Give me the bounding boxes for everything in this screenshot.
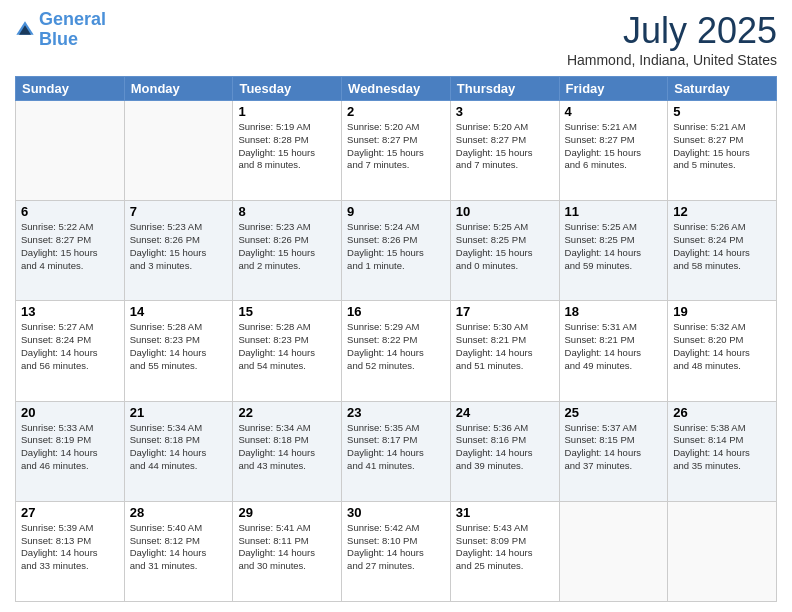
calendar-cell: 10Sunrise: 5:25 AM Sunset: 8:25 PM Dayli… [450, 201, 559, 301]
day-info: Sunrise: 5:31 AM Sunset: 8:21 PM Dayligh… [565, 321, 663, 372]
calendar-cell: 26Sunrise: 5:38 AM Sunset: 8:14 PM Dayli… [668, 401, 777, 501]
day-info: Sunrise: 5:37 AM Sunset: 8:15 PM Dayligh… [565, 422, 663, 473]
calendar-cell: 23Sunrise: 5:35 AM Sunset: 8:17 PM Dayli… [342, 401, 451, 501]
day-header-tuesday: Tuesday [233, 77, 342, 101]
calendar-cell: 14Sunrise: 5:28 AM Sunset: 8:23 PM Dayli… [124, 301, 233, 401]
calendar-week-1: 1Sunrise: 5:19 AM Sunset: 8:28 PM Daylig… [16, 101, 777, 201]
day-info: Sunrise: 5:22 AM Sunset: 8:27 PM Dayligh… [21, 221, 119, 272]
day-number: 27 [21, 505, 119, 520]
day-header-saturday: Saturday [668, 77, 777, 101]
day-header-thursday: Thursday [450, 77, 559, 101]
main-title: July 2025 [567, 10, 777, 52]
day-info: Sunrise: 5:28 AM Sunset: 8:23 PM Dayligh… [130, 321, 228, 372]
calendar-week-5: 27Sunrise: 5:39 AM Sunset: 8:13 PM Dayli… [16, 501, 777, 601]
day-number: 22 [238, 405, 336, 420]
day-info: Sunrise: 5:32 AM Sunset: 8:20 PM Dayligh… [673, 321, 771, 372]
calendar-cell: 7Sunrise: 5:23 AM Sunset: 8:26 PM Daylig… [124, 201, 233, 301]
day-info: Sunrise: 5:35 AM Sunset: 8:17 PM Dayligh… [347, 422, 445, 473]
calendar-cell: 6Sunrise: 5:22 AM Sunset: 8:27 PM Daylig… [16, 201, 125, 301]
calendar-cell: 12Sunrise: 5:26 AM Sunset: 8:24 PM Dayli… [668, 201, 777, 301]
day-header-wednesday: Wednesday [342, 77, 451, 101]
day-info: Sunrise: 5:19 AM Sunset: 8:28 PM Dayligh… [238, 121, 336, 172]
header: General Blue July 2025 Hammond, Indiana,… [15, 10, 777, 68]
day-number: 15 [238, 304, 336, 319]
day-info: Sunrise: 5:25 AM Sunset: 8:25 PM Dayligh… [565, 221, 663, 272]
day-info: Sunrise: 5:42 AM Sunset: 8:10 PM Dayligh… [347, 522, 445, 573]
day-number: 18 [565, 304, 663, 319]
day-info: Sunrise: 5:25 AM Sunset: 8:25 PM Dayligh… [456, 221, 554, 272]
day-number: 28 [130, 505, 228, 520]
day-number: 16 [347, 304, 445, 319]
day-number: 2 [347, 104, 445, 119]
day-info: Sunrise: 5:41 AM Sunset: 8:11 PM Dayligh… [238, 522, 336, 573]
logo-icon [15, 20, 35, 40]
calendar-cell: 13Sunrise: 5:27 AM Sunset: 8:24 PM Dayli… [16, 301, 125, 401]
calendar-header-row: SundayMondayTuesdayWednesdayThursdayFrid… [16, 77, 777, 101]
calendar-cell: 24Sunrise: 5:36 AM Sunset: 8:16 PM Dayli… [450, 401, 559, 501]
title-section: July 2025 Hammond, Indiana, United State… [567, 10, 777, 68]
day-info: Sunrise: 5:21 AM Sunset: 8:27 PM Dayligh… [673, 121, 771, 172]
calendar-cell: 15Sunrise: 5:28 AM Sunset: 8:23 PM Dayli… [233, 301, 342, 401]
calendar-table: SundayMondayTuesdayWednesdayThursdayFrid… [15, 76, 777, 602]
day-number: 3 [456, 104, 554, 119]
day-header-monday: Monday [124, 77, 233, 101]
calendar-cell: 21Sunrise: 5:34 AM Sunset: 8:18 PM Dayli… [124, 401, 233, 501]
day-info: Sunrise: 5:28 AM Sunset: 8:23 PM Dayligh… [238, 321, 336, 372]
day-number: 24 [456, 405, 554, 420]
day-number: 19 [673, 304, 771, 319]
calendar-cell [668, 501, 777, 601]
day-info: Sunrise: 5:24 AM Sunset: 8:26 PM Dayligh… [347, 221, 445, 272]
calendar-cell: 1Sunrise: 5:19 AM Sunset: 8:28 PM Daylig… [233, 101, 342, 201]
day-info: Sunrise: 5:20 AM Sunset: 8:27 PM Dayligh… [347, 121, 445, 172]
day-number: 30 [347, 505, 445, 520]
calendar-week-3: 13Sunrise: 5:27 AM Sunset: 8:24 PM Dayli… [16, 301, 777, 401]
calendar-cell: 2Sunrise: 5:20 AM Sunset: 8:27 PM Daylig… [342, 101, 451, 201]
calendar-cell: 22Sunrise: 5:34 AM Sunset: 8:18 PM Dayli… [233, 401, 342, 501]
day-info: Sunrise: 5:38 AM Sunset: 8:14 PM Dayligh… [673, 422, 771, 473]
day-number: 14 [130, 304, 228, 319]
calendar-cell: 5Sunrise: 5:21 AM Sunset: 8:27 PM Daylig… [668, 101, 777, 201]
day-header-friday: Friday [559, 77, 668, 101]
day-number: 20 [21, 405, 119, 420]
day-number: 31 [456, 505, 554, 520]
day-number: 25 [565, 405, 663, 420]
day-number: 12 [673, 204, 771, 219]
logo-line2: Blue [39, 29, 78, 49]
day-number: 9 [347, 204, 445, 219]
calendar-week-2: 6Sunrise: 5:22 AM Sunset: 8:27 PM Daylig… [16, 201, 777, 301]
day-info: Sunrise: 5:20 AM Sunset: 8:27 PM Dayligh… [456, 121, 554, 172]
logo-line1: General [39, 9, 106, 29]
logo-text: General Blue [39, 10, 106, 50]
day-info: Sunrise: 5:33 AM Sunset: 8:19 PM Dayligh… [21, 422, 119, 473]
calendar-cell: 3Sunrise: 5:20 AM Sunset: 8:27 PM Daylig… [450, 101, 559, 201]
day-info: Sunrise: 5:39 AM Sunset: 8:13 PM Dayligh… [21, 522, 119, 573]
day-number: 5 [673, 104, 771, 119]
calendar-cell: 8Sunrise: 5:23 AM Sunset: 8:26 PM Daylig… [233, 201, 342, 301]
day-info: Sunrise: 5:36 AM Sunset: 8:16 PM Dayligh… [456, 422, 554, 473]
day-number: 1 [238, 104, 336, 119]
calendar-cell: 29Sunrise: 5:41 AM Sunset: 8:11 PM Dayli… [233, 501, 342, 601]
day-number: 6 [21, 204, 119, 219]
logo: General Blue [15, 10, 106, 50]
calendar-week-4: 20Sunrise: 5:33 AM Sunset: 8:19 PM Dayli… [16, 401, 777, 501]
subtitle: Hammond, Indiana, United States [567, 52, 777, 68]
day-number: 7 [130, 204, 228, 219]
calendar-cell: 25Sunrise: 5:37 AM Sunset: 8:15 PM Dayli… [559, 401, 668, 501]
day-number: 11 [565, 204, 663, 219]
day-header-sunday: Sunday [16, 77, 125, 101]
calendar-cell: 4Sunrise: 5:21 AM Sunset: 8:27 PM Daylig… [559, 101, 668, 201]
calendar-cell: 11Sunrise: 5:25 AM Sunset: 8:25 PM Dayli… [559, 201, 668, 301]
calendar-cell: 19Sunrise: 5:32 AM Sunset: 8:20 PM Dayli… [668, 301, 777, 401]
page: General Blue July 2025 Hammond, Indiana,… [0, 0, 792, 612]
day-number: 17 [456, 304, 554, 319]
day-number: 29 [238, 505, 336, 520]
day-number: 21 [130, 405, 228, 420]
calendar-cell [559, 501, 668, 601]
day-number: 4 [565, 104, 663, 119]
calendar-cell: 31Sunrise: 5:43 AM Sunset: 8:09 PM Dayli… [450, 501, 559, 601]
calendar-cell: 16Sunrise: 5:29 AM Sunset: 8:22 PM Dayli… [342, 301, 451, 401]
day-info: Sunrise: 5:34 AM Sunset: 8:18 PM Dayligh… [238, 422, 336, 473]
calendar-cell: 9Sunrise: 5:24 AM Sunset: 8:26 PM Daylig… [342, 201, 451, 301]
day-info: Sunrise: 5:26 AM Sunset: 8:24 PM Dayligh… [673, 221, 771, 272]
calendar-cell [16, 101, 125, 201]
